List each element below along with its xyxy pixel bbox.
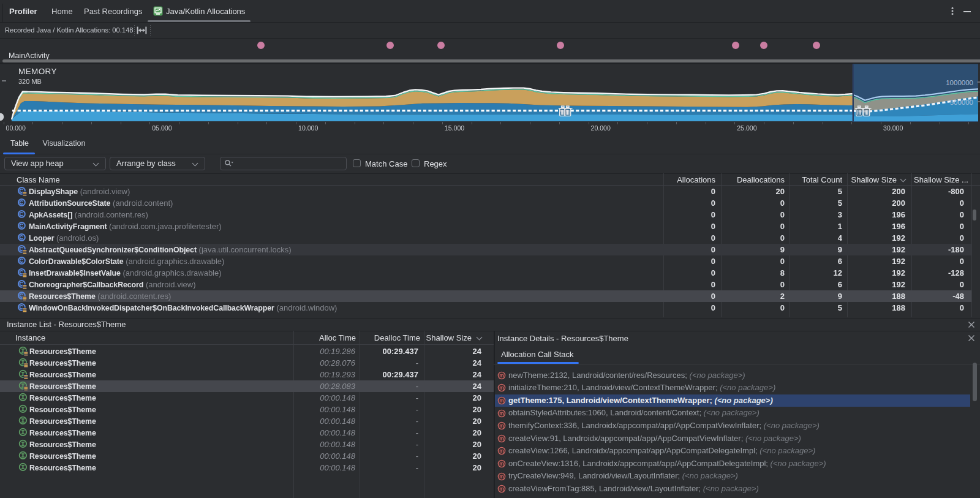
svg-text:1000000: 1000000 <box>946 79 973 86</box>
svg-text:m: m <box>499 372 504 379</box>
svg-text:m: m <box>499 461 504 467</box>
svg-text:m: m <box>499 423 504 429</box>
svg-text:m: m <box>499 436 504 442</box>
svg-text:500000: 500000 <box>950 99 973 106</box>
svg-text:m: m <box>499 398 504 404</box>
svg-text:m: m <box>499 410 504 417</box>
svg-text:m: m <box>499 448 504 454</box>
svg-text:m: m <box>499 473 504 480</box>
svg-text:m: m <box>499 486 504 492</box>
svg-text:m: m <box>499 385 504 391</box>
